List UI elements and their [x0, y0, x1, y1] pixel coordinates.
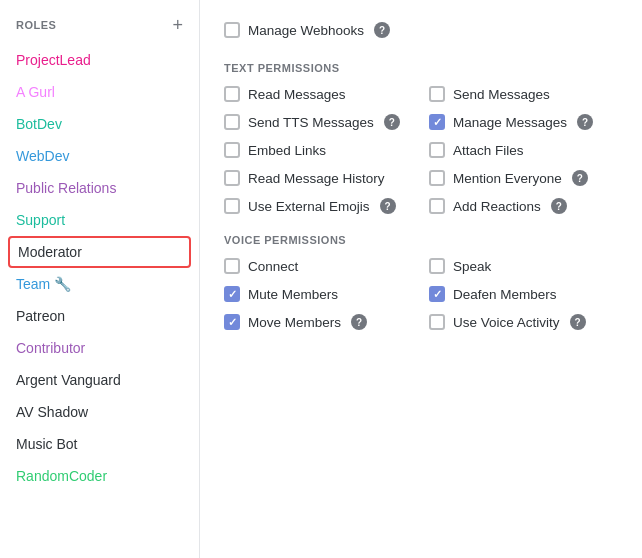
sidebar-item-projectlead[interactable]: ProjectLead — [0, 44, 199, 76]
sidebar-item-botdev[interactable]: BotDev — [0, 108, 199, 140]
perm-label-read-message-history: Read Message History — [248, 171, 385, 186]
perm-item-mention-everyone: Mention Everyone? — [429, 170, 618, 186]
sidebar-item-avshadow[interactable]: AV Shadow — [0, 396, 199, 428]
sidebar-item-publicrelations[interactable]: Public Relations — [0, 172, 199, 204]
perm-item-speak: Speak — [429, 258, 618, 274]
perm-item-read-message-history: Read Message History — [224, 170, 413, 186]
checkbox-read-messages[interactable] — [224, 86, 240, 102]
sidebar-item-label: AV Shadow — [16, 404, 88, 420]
perm-item-move-members: Move Members? — [224, 314, 413, 330]
help-icon-send-tts[interactable]: ? — [384, 114, 400, 130]
help-icon-add-reactions[interactable]: ? — [551, 198, 567, 214]
voice-permissions-header: VOICE PERMISSIONS — [224, 234, 618, 246]
sidebar-item-contributor[interactable]: Contributor — [0, 332, 199, 364]
help-icon-use-voice-activity[interactable]: ? — [570, 314, 586, 330]
text-permissions-header: TEXT PERMISSIONS — [224, 62, 618, 74]
perm-label-send-tts: Send TTS Messages — [248, 115, 374, 130]
perm-label-deafen-members: Deafen Members — [453, 287, 557, 302]
sidebar-item-randomcoder[interactable]: RandomCoder — [0, 460, 199, 492]
manage-webhooks-label: Manage Webhooks — [248, 23, 364, 38]
sidebar-item-musicbot[interactable]: Music Bot — [0, 428, 199, 460]
perm-label-mention-everyone: Mention Everyone — [453, 171, 562, 186]
checkbox-use-voice-activity[interactable] — [429, 314, 445, 330]
sidebar-item-team[interactable]: Team 🔧 — [0, 268, 199, 300]
checkbox-read-message-history[interactable] — [224, 170, 240, 186]
checkbox-use-external-emojis[interactable] — [224, 198, 240, 214]
role-emoji-icon: 🔧 — [54, 276, 71, 292]
sidebar-item-label: Public Relations — [16, 180, 116, 196]
checkbox-connect[interactable] — [224, 258, 240, 274]
perm-item-deafen-members: Deafen Members — [429, 286, 618, 302]
sidebar-items: ProjectLeadA GurlBotDevWebDevPublic Rela… — [0, 44, 199, 492]
sidebar-item-label: Moderator — [18, 244, 82, 260]
perm-label-add-reactions: Add Reactions — [453, 199, 541, 214]
perm-label-speak: Speak — [453, 259, 491, 274]
checkbox-mention-everyone[interactable] — [429, 170, 445, 186]
perm-label-move-members: Move Members — [248, 315, 341, 330]
checkbox-move-members[interactable] — [224, 314, 240, 330]
sidebar: ROLES + ProjectLeadA GurlBotDevWebDevPub… — [0, 0, 200, 558]
sidebar-item-agurl[interactable]: A Gurl — [0, 76, 199, 108]
sidebar-item-label: Support — [16, 212, 65, 228]
voice-permissions-grid: ConnectSpeakMute MembersDeafen MembersMo… — [224, 258, 618, 330]
sidebar-header: ROLES + — [0, 10, 199, 44]
perm-item-mute-members: Mute Members — [224, 286, 413, 302]
perm-label-embed-links: Embed Links — [248, 143, 326, 158]
help-icon-move-members[interactable]: ? — [351, 314, 367, 330]
main-content: Manage Webhooks ? TEXT PERMISSIONS Read … — [200, 0, 642, 558]
perm-item-send-tts: Send TTS Messages? — [224, 114, 413, 130]
checkbox-embed-links[interactable] — [224, 142, 240, 158]
perm-label-manage-messages: Manage Messages — [453, 115, 567, 130]
perm-item-connect: Connect — [224, 258, 413, 274]
perm-label-attach-files: Attach Files — [453, 143, 524, 158]
sidebar-item-label: ProjectLead — [16, 52, 91, 68]
perm-item-read-messages: Read Messages — [224, 86, 413, 102]
text-permissions-grid: Read MessagesSend MessagesSend TTS Messa… — [224, 86, 618, 214]
sidebar-item-label: Contributor — [16, 340, 85, 356]
perm-item-attach-files: Attach Files — [429, 142, 618, 158]
help-icon-use-external-emojis[interactable]: ? — [380, 198, 396, 214]
perm-label-use-voice-activity: Use Voice Activity — [453, 315, 560, 330]
checkbox-manage-messages[interactable] — [429, 114, 445, 130]
checkbox-send-messages[interactable] — [429, 86, 445, 102]
sidebar-header-label: ROLES — [16, 19, 56, 31]
sidebar-add-button[interactable]: + — [172, 16, 183, 34]
help-icon-manage-messages[interactable]: ? — [577, 114, 593, 130]
perm-item-use-external-emojis: Use External Emojis? — [224, 198, 413, 214]
checkbox-send-tts[interactable] — [224, 114, 240, 130]
sidebar-item-label: Music Bot — [16, 436, 77, 452]
perm-item-embed-links: Embed Links — [224, 142, 413, 158]
sidebar-item-moderator[interactable]: Moderator — [8, 236, 191, 268]
manage-webhooks-checkbox[interactable] — [224, 22, 240, 38]
sidebar-item-patreon[interactable]: Patreon — [0, 300, 199, 332]
sidebar-item-label: WebDev — [16, 148, 69, 164]
perm-item-add-reactions: Add Reactions? — [429, 198, 618, 214]
perm-item-manage-messages: Manage Messages? — [429, 114, 618, 130]
perm-item-use-voice-activity: Use Voice Activity? — [429, 314, 618, 330]
checkbox-speak[interactable] — [429, 258, 445, 274]
sidebar-item-label: Argent Vanguard — [16, 372, 121, 388]
perm-label-connect: Connect — [248, 259, 298, 274]
manage-webhooks-help-icon[interactable]: ? — [374, 22, 390, 38]
sidebar-item-label: BotDev — [16, 116, 62, 132]
checkbox-mute-members[interactable] — [224, 286, 240, 302]
sidebar-item-label: A Gurl — [16, 84, 55, 100]
checkbox-deafen-members[interactable] — [429, 286, 445, 302]
manage-webhooks-row: Manage Webhooks ? — [224, 10, 618, 54]
perm-label-mute-members: Mute Members — [248, 287, 338, 302]
sidebar-item-label: RandomCoder — [16, 468, 107, 484]
perm-label-use-external-emojis: Use External Emojis — [248, 199, 370, 214]
perm-item-send-messages: Send Messages — [429, 86, 618, 102]
sidebar-item-argentvanguard[interactable]: Argent Vanguard — [0, 364, 199, 396]
perm-label-send-messages: Send Messages — [453, 87, 550, 102]
sidebar-item-webdev[interactable]: WebDev — [0, 140, 199, 172]
sidebar-item-support[interactable]: Support — [0, 204, 199, 236]
help-icon-mention-everyone[interactable]: ? — [572, 170, 588, 186]
checkbox-attach-files[interactable] — [429, 142, 445, 158]
sidebar-item-label: Team — [16, 276, 50, 292]
checkbox-add-reactions[interactable] — [429, 198, 445, 214]
perm-label-read-messages: Read Messages — [248, 87, 346, 102]
sidebar-item-label: Patreon — [16, 308, 65, 324]
